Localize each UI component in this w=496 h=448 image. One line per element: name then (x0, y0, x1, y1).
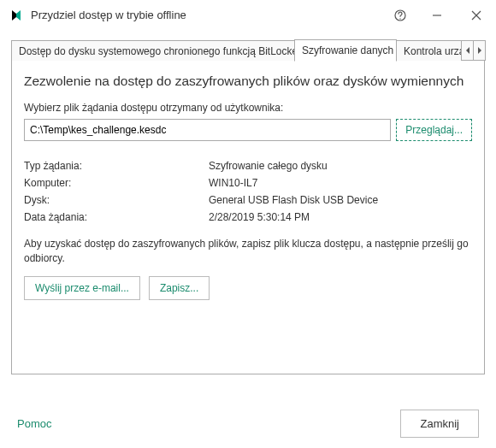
browse-button[interactable]: Przeglądaj... (396, 119, 472, 141)
app-logo-icon (9, 8, 24, 23)
tab-encryption[interactable]: Szyfrowanie danych (294, 39, 397, 62)
footer: Pomoc Zamknij (0, 398, 496, 448)
tab-scroll-left-button[interactable] (461, 40, 474, 61)
instruction-text: Aby uzyskać dostęp do zaszyfrowanych pli… (24, 237, 472, 266)
help-link[interactable]: Pomoc (17, 417, 51, 430)
save-button[interactable]: Zapisz... (149, 276, 210, 300)
file-select-label: Wybierz plik żądania dostępu otrzymany o… (24, 102, 472, 114)
request-info: Typ żądania: Szyfrowanie całego dysku Ko… (24, 160, 472, 223)
tab-scroll-right-button[interactable] (473, 40, 486, 61)
close-window-button[interactable] (457, 0, 496, 31)
tab-panel-encryption: Zezwolenie na dostęp do zaszyfrowanych p… (11, 61, 485, 374)
minimize-button[interactable] (417, 0, 457, 31)
svg-marker-7 (466, 47, 469, 54)
svg-marker-8 (478, 47, 481, 54)
request-file-path-input[interactable] (24, 119, 391, 141)
help-icon[interactable] (383, 0, 417, 31)
disk-label: Dysk: (24, 194, 209, 206)
tab-bar: Dostęp do dysku systemowego chronionego … (11, 39, 485, 61)
close-button[interactable]: Zamknij (400, 410, 479, 438)
computer-value: WIN10-IL7 (209, 177, 472, 189)
panel-heading: Zezwolenie na dostęp do zaszyfrowanych p… (24, 73, 472, 90)
request-type-label: Typ żądania: (24, 160, 209, 172)
tab-bitlocker[interactable]: Dostęp do dysku systemowego chronionego … (11, 40, 295, 61)
date-value: 2/28/2019 5:30:14 PM (209, 211, 472, 223)
date-label: Data żądania: (24, 211, 209, 223)
svg-marker-1 (16, 10, 21, 21)
window-title: Przydziel dostęp w trybie offline (31, 9, 383, 21)
titlebar: Przydziel dostęp w trybie offline (0, 0, 496, 31)
svg-point-3 (399, 18, 400, 19)
computer-label: Komputer: (24, 177, 209, 189)
send-email-button[interactable]: Wyślij przez e-mail... (24, 276, 140, 300)
request-type-value: Szyfrowanie całego dysku (209, 160, 472, 172)
disk-value: General USB Flash Disk USB Device (209, 194, 472, 206)
tab-device-control[interactable]: Kontrola urzą (396, 40, 462, 61)
svg-marker-0 (12, 10, 16, 21)
